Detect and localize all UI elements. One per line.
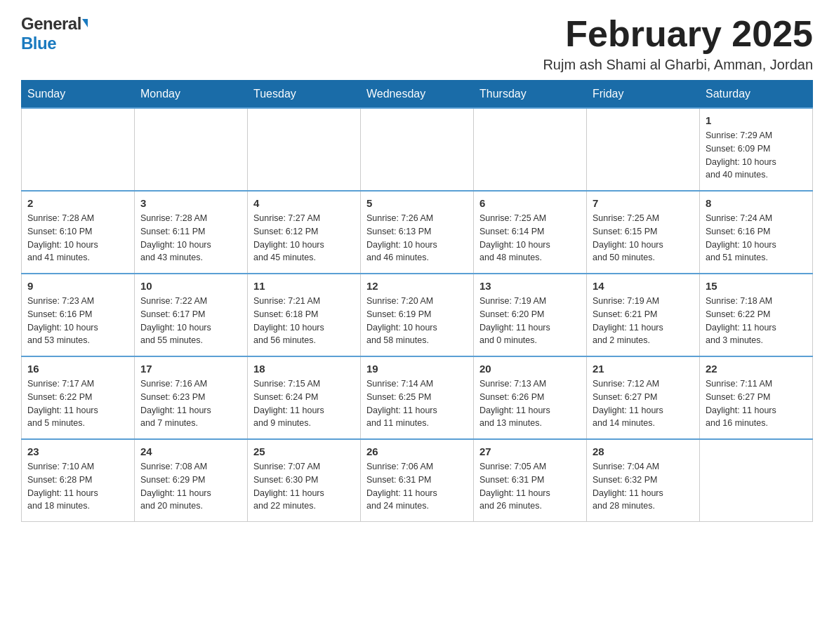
day-number: 23 xyxy=(27,445,128,457)
day-info: Sunrise: 7:13 AM Sunset: 6:26 PM Dayligh… xyxy=(479,377,581,430)
calendar-cell: 15Sunrise: 7:18 AM Sunset: 6:22 PM Dayli… xyxy=(700,274,813,356)
day-info: Sunrise: 7:16 AM Sunset: 6:23 PM Dayligh… xyxy=(140,377,241,430)
calendar-cell: 11Sunrise: 7:21 AM Sunset: 6:18 PM Dayli… xyxy=(248,274,361,356)
day-info: Sunrise: 7:15 AM Sunset: 6:24 PM Dayligh… xyxy=(253,377,355,430)
title-block: February 2025 Rujm ash Shami al Gharbi, … xyxy=(543,14,813,73)
day-info: Sunrise: 7:06 AM Sunset: 6:31 PM Dayligh… xyxy=(366,460,468,513)
day-number: 5 xyxy=(366,197,468,209)
day-info: Sunrise: 7:08 AM Sunset: 6:29 PM Dayligh… xyxy=(140,460,241,513)
day-number: 20 xyxy=(479,363,581,375)
calendar-week-4: 16Sunrise: 7:17 AM Sunset: 6:22 PM Dayli… xyxy=(22,356,813,439)
day-number: 16 xyxy=(27,363,128,375)
logo-general-text: General xyxy=(21,14,81,34)
day-info: Sunrise: 7:10 AM Sunset: 6:28 PM Dayligh… xyxy=(27,460,128,513)
day-info: Sunrise: 7:27 AM Sunset: 6:12 PM Dayligh… xyxy=(253,212,355,264)
day-info: Sunrise: 7:19 AM Sunset: 6:21 PM Dayligh… xyxy=(593,295,694,347)
calendar-cell xyxy=(248,108,361,191)
day-info: Sunrise: 7:24 AM Sunset: 6:16 PM Dayligh… xyxy=(706,212,807,264)
location-text: Rujm ash Shami al Gharbi, Amman, Jordan xyxy=(543,57,813,73)
day-number: 1 xyxy=(706,114,807,126)
month-title: February 2025 xyxy=(543,14,813,54)
day-info: Sunrise: 7:11 AM Sunset: 6:27 PM Dayligh… xyxy=(706,377,807,430)
calendar-cell xyxy=(361,108,474,191)
calendar-cell xyxy=(135,108,248,191)
calendar-cell xyxy=(474,108,587,191)
calendar-cell: 19Sunrise: 7:14 AM Sunset: 6:25 PM Dayli… xyxy=(361,356,474,439)
calendar-cell: 17Sunrise: 7:16 AM Sunset: 6:23 PM Dayli… xyxy=(135,356,248,439)
day-number: 11 xyxy=(253,280,355,292)
day-number: 21 xyxy=(593,363,694,375)
calendar-cell: 4Sunrise: 7:27 AM Sunset: 6:12 PM Daylig… xyxy=(248,191,361,274)
calendar-cell: 5Sunrise: 7:26 AM Sunset: 6:13 PM Daylig… xyxy=(361,191,474,274)
day-info: Sunrise: 7:07 AM Sunset: 6:30 PM Dayligh… xyxy=(253,460,355,513)
day-info: Sunrise: 7:28 AM Sunset: 6:10 PM Dayligh… xyxy=(27,212,128,264)
day-number: 8 xyxy=(706,197,807,209)
calendar-cell: 7Sunrise: 7:25 AM Sunset: 6:15 PM Daylig… xyxy=(587,191,700,274)
day-number: 15 xyxy=(706,280,807,292)
day-info: Sunrise: 7:19 AM Sunset: 6:20 PM Dayligh… xyxy=(479,295,581,347)
day-number: 10 xyxy=(140,280,241,292)
calendar-cell: 28Sunrise: 7:04 AM Sunset: 6:32 PM Dayli… xyxy=(587,439,700,522)
calendar-cell: 14Sunrise: 7:19 AM Sunset: 6:21 PM Dayli… xyxy=(587,274,700,356)
day-number: 18 xyxy=(253,363,355,375)
calendar-week-1: 1Sunrise: 7:29 AM Sunset: 6:09 PM Daylig… xyxy=(22,108,813,191)
weekday-header-row: SundayMondayTuesdayWednesdayThursdayFrid… xyxy=(22,81,813,109)
calendar-cell: 24Sunrise: 7:08 AM Sunset: 6:29 PM Dayli… xyxy=(135,439,248,522)
day-info: Sunrise: 7:12 AM Sunset: 6:27 PM Dayligh… xyxy=(593,377,694,430)
calendar-cell xyxy=(700,439,813,522)
day-number: 26 xyxy=(366,445,468,457)
calendar-week-5: 23Sunrise: 7:10 AM Sunset: 6:28 PM Dayli… xyxy=(22,439,813,522)
day-info: Sunrise: 7:21 AM Sunset: 6:18 PM Dayligh… xyxy=(253,295,355,347)
calendar-table: SundayMondayTuesdayWednesdayThursdayFrid… xyxy=(21,80,813,522)
calendar-cell: 23Sunrise: 7:10 AM Sunset: 6:28 PM Dayli… xyxy=(22,439,135,522)
calendar-body: 1Sunrise: 7:29 AM Sunset: 6:09 PM Daylig… xyxy=(22,108,813,522)
day-info: Sunrise: 7:26 AM Sunset: 6:13 PM Dayligh… xyxy=(366,212,468,264)
calendar-cell: 8Sunrise: 7:24 AM Sunset: 6:16 PM Daylig… xyxy=(700,191,813,274)
calendar-cell: 3Sunrise: 7:28 AM Sunset: 6:11 PM Daylig… xyxy=(135,191,248,274)
calendar-cell: 25Sunrise: 7:07 AM Sunset: 6:30 PM Dayli… xyxy=(248,439,361,522)
day-number: 4 xyxy=(253,197,355,209)
calendar-cell: 13Sunrise: 7:19 AM Sunset: 6:20 PM Dayli… xyxy=(474,274,587,356)
day-number: 27 xyxy=(479,445,581,457)
day-info: Sunrise: 7:17 AM Sunset: 6:22 PM Dayligh… xyxy=(27,377,128,430)
weekday-header-thursday: Thursday xyxy=(474,81,587,109)
calendar-cell: 16Sunrise: 7:17 AM Sunset: 6:22 PM Dayli… xyxy=(22,356,135,439)
day-info: Sunrise: 7:29 AM Sunset: 6:09 PM Dayligh… xyxy=(706,129,807,182)
calendar-cell: 18Sunrise: 7:15 AM Sunset: 6:24 PM Dayli… xyxy=(248,356,361,439)
day-info: Sunrise: 7:25 AM Sunset: 6:15 PM Dayligh… xyxy=(593,212,694,264)
calendar-week-2: 2Sunrise: 7:28 AM Sunset: 6:10 PM Daylig… xyxy=(22,191,813,274)
weekday-header-friday: Friday xyxy=(587,81,700,109)
calendar-cell: 12Sunrise: 7:20 AM Sunset: 6:19 PM Dayli… xyxy=(361,274,474,356)
calendar-cell: 21Sunrise: 7:12 AM Sunset: 6:27 PM Dayli… xyxy=(587,356,700,439)
day-info: Sunrise: 7:18 AM Sunset: 6:22 PM Dayligh… xyxy=(706,295,807,347)
day-number: 25 xyxy=(253,445,355,457)
day-info: Sunrise: 7:05 AM Sunset: 6:31 PM Dayligh… xyxy=(479,460,581,513)
calendar-cell: 26Sunrise: 7:06 AM Sunset: 6:31 PM Dayli… xyxy=(361,439,474,522)
day-number: 7 xyxy=(593,197,694,209)
weekday-header-sunday: Sunday xyxy=(22,81,135,109)
day-number: 6 xyxy=(479,197,581,209)
calendar-cell: 9Sunrise: 7:23 AM Sunset: 6:16 PM Daylig… xyxy=(22,274,135,356)
weekday-header-tuesday: Tuesday xyxy=(248,81,361,109)
calendar-cell: 2Sunrise: 7:28 AM Sunset: 6:10 PM Daylig… xyxy=(22,191,135,274)
calendar-cell: 20Sunrise: 7:13 AM Sunset: 6:26 PM Dayli… xyxy=(474,356,587,439)
calendar-cell: 22Sunrise: 7:11 AM Sunset: 6:27 PM Dayli… xyxy=(700,356,813,439)
calendar-cell xyxy=(22,108,135,191)
weekday-header-saturday: Saturday xyxy=(700,81,813,109)
day-number: 14 xyxy=(593,280,694,292)
day-number: 17 xyxy=(140,363,241,375)
weekday-header-monday: Monday xyxy=(135,81,248,109)
calendar-header: SundayMondayTuesdayWednesdayThursdayFrid… xyxy=(22,81,813,109)
day-info: Sunrise: 7:04 AM Sunset: 6:32 PM Dayligh… xyxy=(593,460,694,513)
day-info: Sunrise: 7:23 AM Sunset: 6:16 PM Dayligh… xyxy=(27,295,128,347)
logo: General Blue xyxy=(21,14,88,53)
day-number: 2 xyxy=(27,197,128,209)
day-number: 3 xyxy=(140,197,241,209)
calendar-cell xyxy=(587,108,700,191)
calendar-week-3: 9Sunrise: 7:23 AM Sunset: 6:16 PM Daylig… xyxy=(22,274,813,356)
calendar-cell: 6Sunrise: 7:25 AM Sunset: 6:14 PM Daylig… xyxy=(474,191,587,274)
day-info: Sunrise: 7:28 AM Sunset: 6:11 PM Dayligh… xyxy=(140,212,241,264)
day-number: 13 xyxy=(479,280,581,292)
day-number: 19 xyxy=(366,363,468,375)
day-info: Sunrise: 7:14 AM Sunset: 6:25 PM Dayligh… xyxy=(366,377,468,430)
